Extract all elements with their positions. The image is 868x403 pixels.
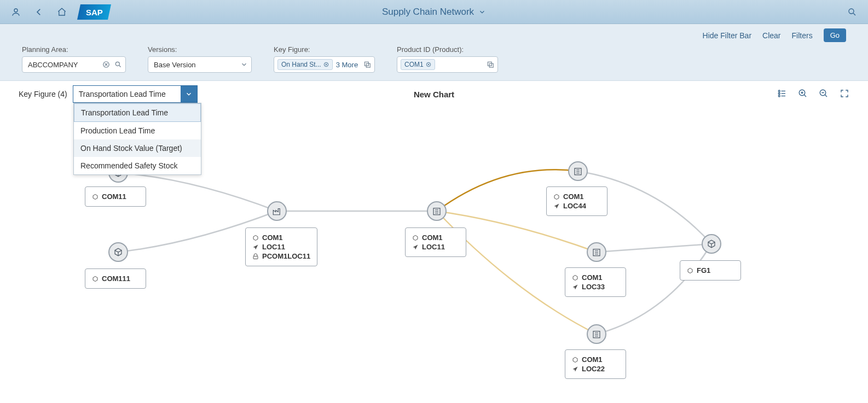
svg-rect-19 <box>253 256 258 259</box>
node-location: LOC22 <box>582 365 605 373</box>
header-left: SAP <box>7 3 109 21</box>
filter-versions: Versions: Base Version <box>148 45 252 73</box>
node-location: LOC11 <box>422 243 445 251</box>
kf-option-transport[interactable]: Transportation Lead Time <box>74 103 201 122</box>
node-circle-loc33[interactable] <box>587 242 606 262</box>
svg-point-3 <box>115 62 119 66</box>
filter-product-id: Product ID (Product): COM1 <box>397 45 498 73</box>
svg-point-12 <box>778 95 780 97</box>
node-location: LOC33 <box>582 283 605 291</box>
chevron-down-icon <box>181 86 197 102</box>
kf-count-label: Key Figure (4) <box>19 90 67 98</box>
product-id-input[interactable]: COM1 <box>397 56 498 73</box>
kf-selected: Transportation Lead Time <box>73 87 181 101</box>
node-box-com111[interactable]: COM111 <box>85 268 146 289</box>
svg-rect-5 <box>364 62 368 66</box>
versions-label: Versions: <box>148 45 252 54</box>
sap-logo: SAP <box>77 4 111 20</box>
node-source: PCOM1LOC11 <box>262 252 310 260</box>
user-icon[interactable] <box>7 3 25 21</box>
node-box-loc22[interactable]: COM1 LOC22 <box>565 349 626 379</box>
value-help-icon[interactable] <box>487 61 494 68</box>
versions-select[interactable]: Base Version <box>148 56 252 73</box>
node-circle-loc11-dc[interactable] <box>427 201 447 221</box>
kf-dropdown: Transportation Lead Time Production Lead… <box>73 103 201 175</box>
search-icon[interactable] <box>114 61 122 68</box>
section-bar: Key Figure (4) Transportation Lead Time … <box>0 81 868 107</box>
kf-option-onhand[interactable]: On Hand Stock Value (Target) <box>74 139 201 157</box>
clear-icon[interactable] <box>102 61 110 68</box>
svg-rect-9 <box>489 63 493 67</box>
page-title[interactable]: Supply Chain Network <box>382 7 486 17</box>
node-box-fg1[interactable]: FG1 <box>680 260 741 281</box>
filter-key-figure: Key Figure: On Hand St... 3 More <box>274 45 375 73</box>
key-figure-chip: On Hand St... <box>277 59 333 70</box>
chevron-down-icon <box>240 61 248 68</box>
svg-point-0 <box>14 9 18 12</box>
node-product: COM1 <box>563 192 584 201</box>
svg-point-10 <box>778 90 780 92</box>
page-title-text: Supply Chain Network <box>382 7 474 17</box>
node-box-loc11-dc[interactable]: COM1 LOC11 <box>405 227 466 257</box>
kf-option-safety[interactable]: Recommended Safety Stock <box>74 157 201 174</box>
svg-rect-8 <box>488 62 491 66</box>
node-box-loc44[interactable]: COM1 LOC44 <box>546 186 607 216</box>
planning-area-value: ABCCOMPANY <box>26 61 102 69</box>
chart-title: New Chart <box>414 90 454 99</box>
fullscreen-icon[interactable] <box>840 89 849 100</box>
filters-row: Planning Area: ABCCOMPANY Versions: Base… <box>22 45 846 73</box>
header-right <box>843 3 861 21</box>
clear-button[interactable]: Clear <box>762 31 780 40</box>
node-product: COM1 <box>262 233 283 242</box>
home-icon[interactable] <box>53 3 71 21</box>
node-product: COM1 <box>582 273 603 282</box>
canvas-toolbar <box>777 89 849 100</box>
shell-header: SAP Supply Chain Network <box>0 0 868 24</box>
back-icon[interactable] <box>30 3 48 21</box>
zoom-in-icon[interactable] <box>798 89 808 100</box>
svg-point-11 <box>778 92 780 94</box>
search-icon[interactable] <box>843 3 861 21</box>
node-box-loc33[interactable]: COM1 LOC33 <box>565 267 626 297</box>
product-id-label: Product ID (Product): <box>397 45 498 54</box>
legend-icon[interactable] <box>777 89 787 100</box>
node-product: COM111 <box>102 274 130 283</box>
node-circle-com111[interactable] <box>108 242 128 262</box>
product-id-chip: COM1 <box>401 59 435 70</box>
planning-area-input[interactable]: ABCCOMPANY <box>22 56 126 73</box>
node-circle-fg1[interactable] <box>702 234 721 254</box>
filter-bar: Hide Filter Bar Clear Filters Go Plannin… <box>0 24 868 81</box>
node-product: COM11 <box>102 192 126 201</box>
kf-select[interactable]: Transportation Lead Time <box>73 85 198 103</box>
node-box-com11[interactable]: COM11 <box>85 186 146 207</box>
hide-filter-button[interactable]: Hide Filter Bar <box>703 31 751 40</box>
key-figure-label: Key Figure: <box>274 45 375 54</box>
chevron-down-icon <box>478 8 486 16</box>
node-product: COM1 <box>422 233 443 242</box>
zoom-out-icon[interactable] <box>819 89 829 100</box>
close-icon[interactable] <box>323 62 329 67</box>
filters-button[interactable]: Filters <box>792 31 813 40</box>
node-product: FG1 <box>697 266 710 274</box>
node-box-loc11-plant[interactable]: COM1 LOC11 PCOM1LOC11 <box>245 227 317 266</box>
node-location: LOC44 <box>563 202 586 210</box>
node-product: COM1 <box>582 355 603 364</box>
node-circle-loc44[interactable] <box>568 161 588 181</box>
node-circle-loc22[interactable] <box>587 324 606 344</box>
svg-rect-6 <box>366 63 370 67</box>
node-location: LOC11 <box>262 243 285 251</box>
filter-actions: Hide Filter Bar Clear Filters Go <box>22 28 846 42</box>
go-button[interactable]: Go <box>824 28 846 42</box>
close-icon[interactable] <box>426 62 431 67</box>
more-count: 3 More <box>336 61 358 69</box>
versions-value: Base Version <box>152 61 240 69</box>
chip-text: On Hand St... <box>281 61 321 68</box>
key-figure-input[interactable]: On Hand St... 3 More <box>274 56 375 73</box>
value-help-icon[interactable] <box>363 61 371 68</box>
chip-text: COM1 <box>404 61 424 68</box>
kf-option-production[interactable]: Production Lead Time <box>74 122 201 139</box>
filter-planning-area: Planning Area: ABCCOMPANY <box>22 45 126 73</box>
node-circle-loc11-plant[interactable] <box>267 201 287 221</box>
planning-area-label: Planning Area: <box>22 45 126 54</box>
svg-point-1 <box>849 9 854 14</box>
